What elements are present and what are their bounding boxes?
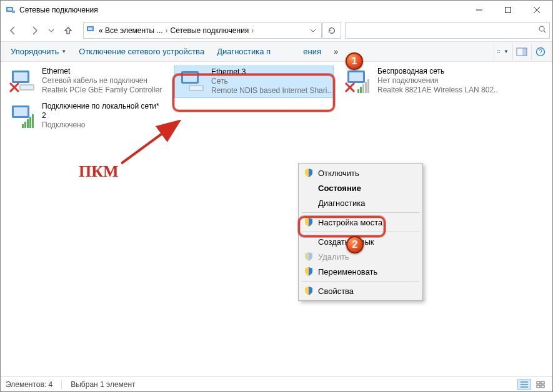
status-count: Элементов: 4: [6, 380, 52, 389]
connection-item-ethernet[interactable]: Ethernet Сетевой кабель не подключен Rea…: [6, 66, 165, 98]
breadcrumb[interactable]: Сетевые подключения: [171, 26, 249, 35]
details-view-button[interactable]: [517, 379, 531, 390]
svg-text:?: ?: [539, 49, 542, 56]
svg-rect-51: [541, 385, 544, 388]
svg-rect-39: [14, 107, 27, 116]
svg-rect-14: [499, 52, 501, 53]
nav-bar: « Все элементы ... › Сетевые подключения…: [1, 19, 552, 42]
network-adapter-icon: [8, 102, 38, 132]
svg-rect-26: [183, 73, 197, 82]
svg-rect-22: [21, 86, 33, 89]
connection-device: Realtek 8821AE Wireless LAN 802....: [377, 86, 498, 95]
annotation-bubble-2: 2: [346, 236, 364, 253]
help-button[interactable]: ?: [531, 44, 549, 60]
window-title: Сетевые подключения: [19, 6, 465, 14]
disable-device-button[interactable]: Отключение сетевого устройства: [72, 44, 211, 59]
svg-rect-1: [7, 8, 12, 11]
svg-rect-20: [14, 72, 27, 81]
svg-rect-30: [349, 72, 363, 81]
back-button[interactable]: [3, 22, 23, 39]
chevron-right-icon[interactable]: ›: [251, 26, 254, 35]
svg-line-10: [544, 31, 546, 33]
svg-rect-43: [29, 117, 31, 128]
connection-item-lan2[interactable]: Подключение по локальной сети* 2 Подключ…: [6, 100, 165, 133]
svg-rect-32: [360, 87, 362, 93]
menu-separator: [302, 281, 419, 282]
menu-separator: [302, 212, 419, 213]
svg-rect-35: [367, 79, 369, 93]
network-connections-icon: [6, 5, 16, 15]
svg-rect-11: [497, 50, 499, 51]
svg-rect-34: [365, 82, 367, 93]
ctx-status[interactable]: Состояние: [301, 180, 421, 195]
up-button[interactable]: [58, 22, 78, 39]
svg-point-9: [539, 26, 544, 31]
address-history-button[interactable]: [307, 27, 319, 34]
more-commands-button[interactable]: »: [327, 44, 344, 59]
annotation-pkm-label: ПКМ: [79, 162, 119, 181]
search-icon: [538, 25, 547, 36]
maximize-button[interactable]: [494, 1, 522, 19]
svg-rect-8: [88, 27, 92, 30]
connection-status: Подключено: [42, 120, 162, 130]
svg-rect-50: [537, 385, 540, 388]
search-input[interactable]: [345, 22, 550, 39]
command-bar: Упорядочить ▼ Отключение сетевого устрой…: [1, 42, 552, 62]
svg-rect-44: [32, 114, 34, 128]
connection-status: Сетевой кабель не подключен: [42, 76, 162, 86]
organize-menu[interactable]: Упорядочить ▼: [4, 44, 72, 59]
address-bar[interactable]: « Все элементы ... › Сетевые подключения…: [83, 22, 322, 39]
svg-rect-49: [541, 381, 544, 384]
diagnose-button[interactable]: Диагностика подключения: [211, 44, 327, 59]
menu-separator: [302, 232, 419, 232]
ctx-bridge[interactable]: Настройка моста: [301, 215, 421, 230]
connection-name: Ethernet: [42, 67, 162, 76]
network-connections-icon: [86, 24, 96, 36]
connection-name: Беспроводная сеть: [377, 67, 498, 76]
breadcrumb[interactable]: « Все элементы ...: [99, 26, 163, 35]
ctx-disable[interactable]: Отключить: [301, 165, 421, 180]
forward-button[interactable]: [24, 22, 44, 39]
connection-status: Нет подключения: [377, 76, 498, 86]
svg-rect-13: [497, 52, 499, 53]
status-bar: Элементов: 4 Выбран 1 элемент: [1, 376, 552, 391]
recent-locations-button[interactable]: [46, 22, 57, 39]
svg-rect-2: [12, 11, 15, 13]
connection-status: Сеть: [211, 77, 331, 86]
close-button[interactable]: [522, 1, 551, 19]
annotation-bubble-1: 1: [346, 52, 363, 70]
shield-icon: [304, 286, 314, 296]
preview-pane-button[interactable]: [512, 44, 530, 60]
connection-device: Realtek PCIe GbE Family Controller: [42, 86, 162, 95]
svg-rect-42: [27, 119, 29, 128]
shield-icon: [304, 217, 314, 227]
svg-rect-33: [362, 84, 364, 93]
svg-rect-48: [537, 381, 540, 384]
chevron-right-icon[interactable]: ›: [166, 26, 168, 35]
large-icons-view-button[interactable]: [534, 379, 547, 390]
chevron-down-icon: ▼: [61, 49, 66, 54]
shield-icon: [304, 267, 314, 277]
connection-item-ethernet3[interactable]: Ethernet 3 Сеть Remote NDIS based Intern…: [174, 66, 334, 98]
content-area[interactable]: Ethernet Сетевой кабель не подключен Rea…: [1, 62, 552, 376]
shield-icon: [304, 168, 314, 178]
ctx-diagnose[interactable]: Диагностика: [301, 195, 421, 210]
connection-item-wifi[interactable]: Беспроводная сеть Нет подключения Realte…: [341, 66, 501, 98]
svg-rect-31: [357, 89, 359, 93]
svg-rect-16: [522, 48, 527, 56]
connection-device: Remote NDIS based Internet Shari...: [211, 86, 331, 96]
svg-rect-4: [506, 7, 511, 13]
view-options-button[interactable]: ▼: [494, 44, 511, 60]
connection-name: Подключение по локальной сети* 2: [42, 102, 162, 120]
ctx-properties[interactable]: Свойства: [301, 283, 421, 298]
minimize-button[interactable]: [465, 1, 494, 19]
titlebar: Сетевые подключения: [1, 1, 552, 19]
network-adapter-icon: [8, 67, 38, 97]
ctx-rename[interactable]: Переименовать: [301, 264, 421, 279]
context-menu: Отключить Состояние Диагностика Настройк…: [298, 163, 423, 301]
network-adapter-icon: [344, 67, 374, 97]
svg-rect-41: [24, 122, 26, 128]
status-separator: [61, 380, 62, 390]
refresh-button[interactable]: [322, 22, 341, 39]
status-selected: Выбран 1 элемент: [71, 380, 135, 389]
